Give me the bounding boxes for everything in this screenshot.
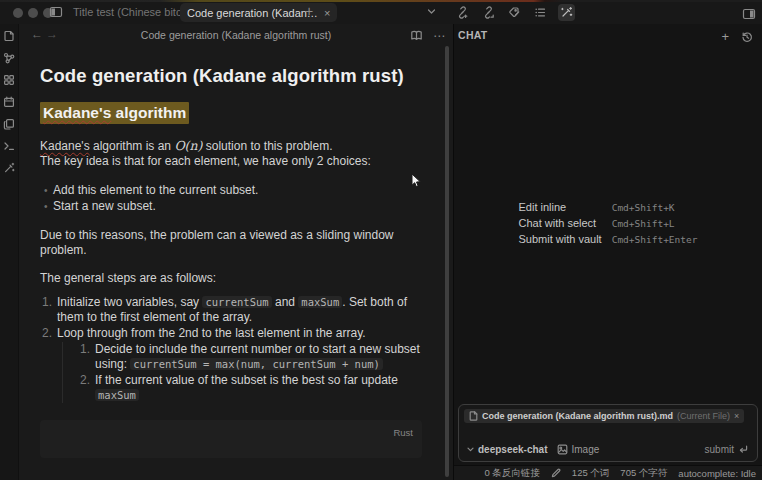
chat-panel-title: CHAT	[458, 24, 488, 46]
status-bar: 0 条反向链接 125 个词 705 个字符 autocomplete: Idl…	[454, 465, 762, 480]
image-icon	[557, 444, 568, 455]
chat-history-icon[interactable]	[738, 28, 755, 45]
backlinks-icon[interactable]	[454, 4, 471, 21]
toggle-right-sidebar-icon[interactable]	[740, 5, 757, 22]
paragraph-steps-intro: The general steps are as follows:	[40, 271, 422, 286]
shortcut-label: Chat with select	[519, 217, 602, 230]
editor-scrollbar[interactable]	[445, 46, 449, 477]
autocomplete-status[interactable]: autocomplete: Idle	[678, 468, 756, 479]
view-header: ← → Code generation (Kadane algorithm ru…	[19, 24, 453, 46]
new-note-icon[interactable]	[2, 28, 17, 43]
current-file-badge: (Current File)	[677, 411, 730, 421]
backlinks-count[interactable]: 0 条反向链接	[484, 467, 539, 480]
mouse-cursor	[411, 173, 423, 189]
note-heading-2: Kadane's algorithm	[40, 102, 422, 124]
code-block[interactable]: Rust	[40, 420, 422, 458]
enter-icon	[738, 445, 748, 454]
chat-panel: CHAT + Edit inline Cmd+Shift+K Chat with…	[453, 24, 762, 480]
char-count[interactable]: 705 个字符	[620, 467, 667, 480]
more-options-icon[interactable]: ⋯	[433, 29, 445, 43]
substep-item: If the current value of the subset is th…	[79, 373, 422, 403]
substep-item: Decide to include the current number or …	[79, 342, 422, 372]
terminal-icon[interactable]	[2, 138, 17, 153]
templates-icon[interactable]	[2, 116, 17, 131]
substeps-list: Decide to include the current number or …	[62, 342, 422, 403]
reading-mode-icon[interactable]	[408, 27, 425, 44]
tab-close-icon[interactable]: ×	[324, 7, 330, 19]
attach-image-button[interactable]: Image	[557, 444, 599, 455]
chat-shortcuts: Edit inline Cmd+Shift+K Chat with select…	[519, 201, 698, 246]
shortcut-label: Edit inline	[519, 201, 602, 214]
graph-view-icon[interactable]	[2, 50, 17, 65]
model-name: deepseek-chat	[478, 444, 547, 455]
code-span: currentSum = max(num, currentSum + num)	[130, 358, 383, 370]
window-close-button[interactable]	[13, 8, 23, 18]
outgoing-links-icon[interactable]	[480, 4, 497, 21]
right-sidebar-tab-icons	[454, 4, 575, 21]
code-span: maxSum	[298, 296, 342, 308]
canvas-icon[interactable]	[2, 72, 17, 87]
step-item: Loop through from the 2nd to the last el…	[40, 326, 422, 403]
file-icon	[469, 411, 478, 421]
tab-label: Code generation (Kadan…	[187, 7, 318, 19]
tab-bar: Title test (Chinese bitcoin) Code genera…	[0, 0, 762, 24]
steps-list: Initialize two variables, say currentSum…	[40, 295, 422, 403]
list-item: Add this element to the current subset.	[40, 183, 422, 198]
code-span: maxSum	[95, 389, 139, 401]
code-span: currentSum	[202, 296, 271, 308]
code-language-label: Rust	[393, 425, 413, 440]
word-count[interactable]: 125 个词	[572, 467, 610, 480]
daily-note-icon[interactable]	[2, 94, 17, 109]
math-inline: O(n)	[174, 138, 202, 153]
shortcut-keys: Cmd+Shift+K	[612, 201, 698, 214]
context-file-name: Code generation (Kadane algorithm rust).…	[482, 411, 673, 421]
context-file-chip[interactable]: Code generation (Kadane algorithm rust).…	[464, 409, 744, 423]
model-selector[interactable]: deepseek-chat	[466, 444, 547, 455]
editor-pane: ← → Code generation (Kadane algorithm ru…	[19, 24, 453, 480]
chat-input-box[interactable]: Code generation (Kadane algorithm rust).…	[458, 404, 758, 462]
edit-mode-pencil-icon[interactable]	[551, 468, 561, 478]
note-title-breadcrumb: Code generation (Kadane algorithm rust)	[19, 24, 453, 46]
submit-button[interactable]: submit	[705, 444, 748, 455]
chip-close-icon[interactable]: ×	[734, 411, 739, 421]
shortcut-keys: Cmd+Shift+L	[612, 217, 698, 230]
highlighted-heading: Kadane's algorithm	[40, 102, 189, 124]
tab-list-chevron-icon[interactable]	[426, 6, 437, 17]
note-heading-1: Code generation (Kadane algorithm rust)	[40, 65, 422, 87]
window-top-accent	[0, 0, 762, 2]
chat-header: CHAT +	[454, 24, 762, 46]
toggle-left-sidebar-icon[interactable]	[49, 5, 63, 19]
paragraph-intro: Kadane's algorithm is an O(n) solution t…	[40, 138, 422, 169]
list-item: Start a new subset.	[40, 199, 422, 214]
shortcut-label: Submit with vault	[519, 233, 602, 246]
step-item: Initialize two variables, say currentSum…	[40, 295, 422, 325]
left-ribbon	[0, 24, 19, 480]
choices-list: Add this element to the current subset. …	[40, 183, 422, 214]
new-tab-icon[interactable]: +	[300, 0, 318, 24]
new-chat-icon[interactable]: +	[721, 30, 729, 43]
outline-icon[interactable]	[532, 4, 549, 21]
paragraph-sliding-window: Due to this reasons, the problem can a v…	[40, 228, 422, 258]
traffic-lights	[13, 8, 53, 18]
tags-icon[interactable]	[506, 4, 523, 21]
chevron-down-icon	[466, 445, 475, 454]
shortcut-keys: Cmd+Shift+Enter	[612, 233, 698, 246]
ai-wand-icon[interactable]	[2, 160, 17, 175]
image-button-label: Image	[571, 444, 599, 455]
window-minimize-button[interactable]	[28, 8, 38, 18]
submit-label: submit	[705, 444, 734, 455]
note-editor[interactable]: Code generation (Kadane algorithm rust) …	[19, 46, 453, 458]
copilot-wand-icon[interactable]	[558, 4, 575, 21]
